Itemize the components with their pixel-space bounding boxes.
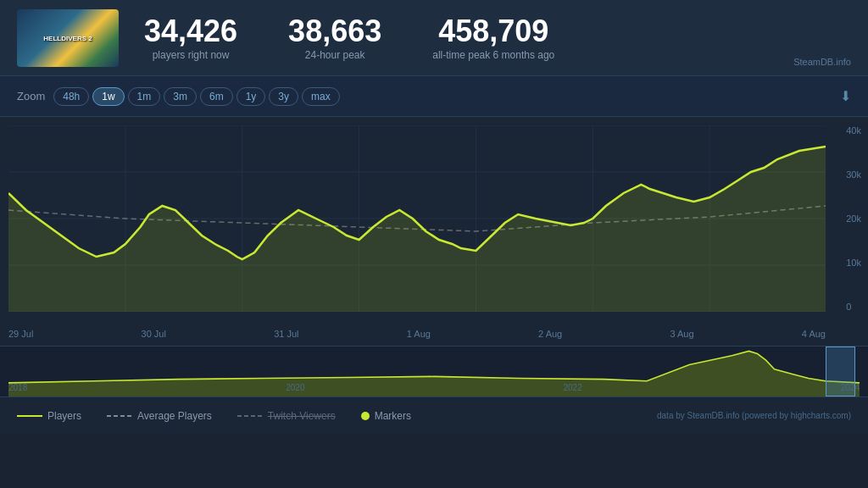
alltime-peak-value: 458,709 xyxy=(432,14,554,48)
players-line-icon xyxy=(17,415,42,417)
x-label-2aug: 2 Aug xyxy=(538,329,562,339)
steamdb-credit: SteamDB.info xyxy=(793,57,851,67)
y-label-30k: 30k xyxy=(846,169,861,180)
header: 34,426 players right now 38,663 24-hour … xyxy=(0,0,868,76)
main-chart-container: 40k 30k 20k 10k 0 29 Jul 30 Jul 31 Jul 1… xyxy=(0,117,868,346)
x-label-3aug: 3 Aug xyxy=(670,329,693,339)
alltime-peak-label: all-time peak 6 months ago xyxy=(432,49,554,61)
peak-24h-label: 24-hour peak xyxy=(288,49,381,61)
avg-players-label: Average Players xyxy=(137,410,212,422)
peak-24h-value: 38,663 xyxy=(288,14,381,48)
legend-markers: Markers xyxy=(361,410,411,422)
year-2018: 2018 xyxy=(8,383,27,392)
legend-twitch: Twitch Viewers xyxy=(237,410,336,422)
y-label-20k: 20k xyxy=(846,214,861,224)
legend-credit: data by SteamDB.info (powered by highcha… xyxy=(657,411,851,420)
legend-players: Players xyxy=(17,410,81,422)
zoom-1y[interactable]: 1y xyxy=(236,87,266,106)
zoom-label: Zoom xyxy=(17,90,45,103)
zoom-48h[interactable]: 48h xyxy=(53,87,89,106)
x-label-4aug: 4 Aug xyxy=(802,329,826,339)
download-button[interactable]: ⬇ xyxy=(840,88,851,104)
zoom-3m[interactable]: 3m xyxy=(164,87,197,106)
legend-avg-players: Average Players xyxy=(107,410,212,422)
x-label-30jul: 30 Jul xyxy=(142,329,166,339)
alltime-peak-stat: 458,709 all-time peak 6 months ago xyxy=(432,14,554,62)
current-players-label: players right now xyxy=(144,49,237,61)
x-label-31jul: 31 Jul xyxy=(274,329,298,339)
svg-marker-11 xyxy=(8,147,826,312)
zoom-3y[interactable]: 3y xyxy=(269,87,298,106)
mini-year-labels: 2018 2020 2022 2024 xyxy=(8,383,860,392)
zoom-max[interactable]: max xyxy=(302,87,340,106)
x-axis-labels: 29 Jul 30 Jul 31 Jul 1 Aug 2 Aug 3 Aug 4… xyxy=(8,329,826,339)
markers-dot-icon xyxy=(361,412,370,420)
controls-bar: Zoom 48h 1w 1m 3m 6m 1y 3y max ⬇ xyxy=(0,76,868,117)
stats-group: 34,426 players right now 38,663 24-hour … xyxy=(144,14,793,62)
mini-chart-container: 2018 2020 2022 2024 xyxy=(0,346,868,396)
twitch-label: Twitch Viewers xyxy=(268,410,336,422)
players-label: Players xyxy=(47,410,81,422)
main-chart-svg xyxy=(8,125,826,312)
current-players-stat: 34,426 players right now xyxy=(144,14,237,62)
y-axis-labels: 40k 30k 20k 10k 0 xyxy=(846,125,861,312)
zoom-1w[interactable]: 1w xyxy=(92,87,124,106)
zoom-6m[interactable]: 6m xyxy=(200,87,233,106)
y-label-10k: 10k xyxy=(846,258,861,268)
zoom-1m[interactable]: 1m xyxy=(128,87,161,106)
zoom-buttons: 48h 1w 1m 3m 6m 1y 3y max xyxy=(53,87,339,106)
year-2022: 2022 xyxy=(564,383,582,392)
game-thumbnail xyxy=(17,9,119,67)
current-players-value: 34,426 xyxy=(144,14,237,48)
y-label-0: 0 xyxy=(846,302,861,312)
year-2024: 2024 xyxy=(841,383,860,392)
x-label-1aug: 1 Aug xyxy=(407,329,431,339)
avg-players-line-icon xyxy=(107,413,132,419)
twitch-line-icon xyxy=(237,413,263,419)
legend: Players Average Players Twitch Viewers M… xyxy=(0,396,868,434)
y-label-40k: 40k xyxy=(846,125,861,136)
year-2020: 2020 xyxy=(286,383,304,392)
peak-24h-stat: 38,663 24-hour peak xyxy=(288,14,381,62)
x-label-29jul: 29 Jul xyxy=(8,329,33,339)
markers-label: Markers xyxy=(375,410,411,422)
